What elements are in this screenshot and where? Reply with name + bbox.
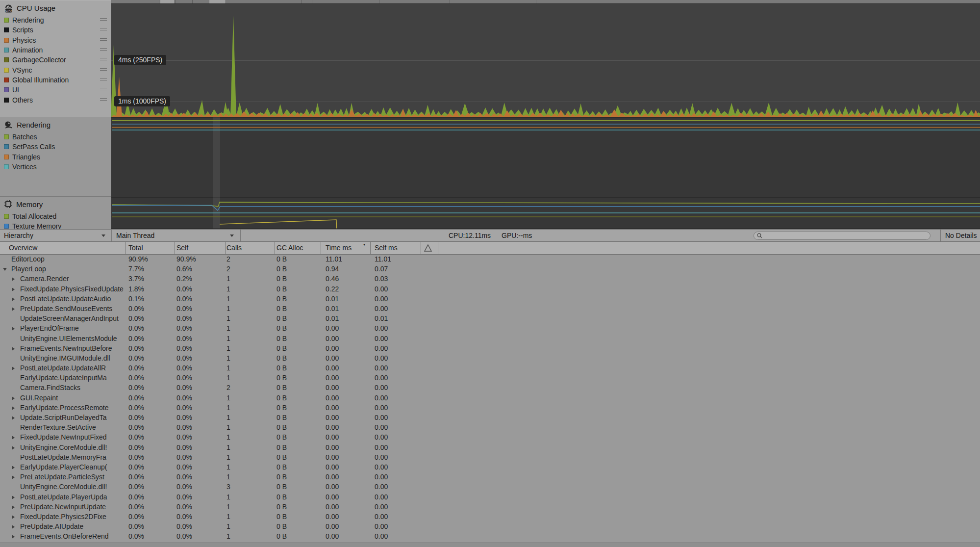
table-row[interactable]: PreUpdate.AIUpdate0.0%0.0%10 B0.000.00 xyxy=(0,522,980,532)
column-header-gc-alloc[interactable]: GC Alloc xyxy=(276,242,303,254)
expand-arrow-icon[interactable] xyxy=(12,327,15,331)
cpu-legend-item-scripts[interactable]: Scripts xyxy=(0,25,111,35)
view-mode-dropdown[interactable]: Hierarchy xyxy=(0,230,115,241)
expand-arrow-icon[interactable] xyxy=(12,277,15,281)
table-row[interactable]: PostLateUpdate.MemoryFra0.0%0.0%10 B0.00… xyxy=(0,453,980,463)
column-header-time-ms[interactable]: Time ms xyxy=(326,242,352,254)
table-row[interactable]: UnityEngine.UIElementsModule0.0%0.0%10 B… xyxy=(0,334,980,344)
expand-arrow-icon[interactable] xyxy=(12,297,15,301)
cpu-legend-item-global-illumination[interactable]: Global Illumination xyxy=(0,75,111,85)
memory-legend-item-texture-memory[interactable]: Texture Memory xyxy=(0,221,111,229)
cpu-legend-item-garbagecollector[interactable]: GarbageCollector xyxy=(0,55,111,65)
rendering-legend-item-setpass-calls[interactable]: SetPass Calls xyxy=(0,142,111,152)
column-header-overview[interactable]: Overview xyxy=(9,242,37,254)
column-separator[interactable] xyxy=(275,242,275,254)
profiler-charts-area[interactable]: 4ms (250FPS) 1ms (1000FPS) xyxy=(111,0,980,229)
table-row[interactable]: PlayerEndOfFrame0.0%0.0%10 B0.000.00 xyxy=(0,324,980,334)
cpu-module-header[interactable]: CPU CPU Usage xyxy=(0,0,111,15)
table-row[interactable]: EarlyUpdate.PlayerCleanup(0.0%0.0%10 B0.… xyxy=(0,463,980,472)
table-row[interactable]: PostLateUpdate.UpdateAllR0.0%0.0%10 B0.0… xyxy=(0,364,980,373)
drag-handle-icon[interactable] xyxy=(100,48,107,52)
cpu-legend-item-animation[interactable]: Animation xyxy=(0,45,111,55)
cpu-legend-item-vsync[interactable]: VSync xyxy=(0,65,111,75)
memory-legend-item-total-allocated[interactable]: Total Allocated xyxy=(0,211,111,221)
column-header-total[interactable]: Total xyxy=(128,242,143,254)
warning-column-icon[interactable] xyxy=(424,244,432,252)
table-row[interactable]: PreLateUpdate.ParticleSyst0.0%0.0%10 B0.… xyxy=(0,472,980,482)
collapse-arrow-icon[interactable] xyxy=(3,268,7,271)
table-row[interactable]: FrameEvents.NewInputBefore0.0%0.0%10 B0.… xyxy=(0,344,980,354)
drag-handle-icon[interactable] xyxy=(100,78,107,81)
table-row[interactable]: UnityEngine.CoreModule.dll!0.0%0.0%30 B0… xyxy=(0,482,980,492)
details-mode-dropdown[interactable]: No Details xyxy=(941,230,980,241)
table-row[interactable]: UnityEngine.IMGUIModule.dll0.0%0.0%10 B0… xyxy=(0,354,980,364)
search-input[interactable] xyxy=(763,233,930,239)
cpu-legend-item-ui[interactable]: UI xyxy=(0,85,111,95)
column-header-self-ms[interactable]: Self ms xyxy=(375,242,398,254)
column-header-calls[interactable]: Calls xyxy=(226,242,242,254)
table-row[interactable]: UnityEngine.CoreModule.dll!0.0%0.0%10 B0… xyxy=(0,443,980,453)
expand-arrow-icon[interactable] xyxy=(12,446,15,450)
expand-arrow-icon[interactable] xyxy=(12,495,15,499)
column-separator[interactable] xyxy=(175,242,175,254)
table-row[interactable]: Update.ScriptRunDelayedTa0.0%0.0%10 B0.0… xyxy=(0,413,980,423)
column-separator[interactable] xyxy=(126,242,126,254)
cpu-legend-item-others[interactable]: Others xyxy=(0,95,111,104)
table-row[interactable]: GUI.Repaint0.0%0.0%10 B0.000.00 xyxy=(0,393,980,403)
expand-arrow-icon[interactable] xyxy=(12,436,15,440)
table-row[interactable]: EditorLoop90.9%90.9%20 B11.0111.01 xyxy=(0,255,980,264)
column-separator[interactable] xyxy=(225,242,226,254)
expand-arrow-icon[interactable] xyxy=(12,475,15,479)
memory-module-header[interactable]: Memory xyxy=(0,197,111,211)
cpu-legend-item-physics[interactable]: Physics xyxy=(0,35,111,45)
table-row[interactable]: PreUpdate.NewInputUpdate0.0%0.0%10 B0.00… xyxy=(0,502,980,512)
rendering-legend-item-batches[interactable]: Batches xyxy=(0,132,111,142)
drag-handle-icon[interactable] xyxy=(100,28,107,31)
table-row[interactable]: FixedUpdate.PhysicsFixedUpdate1.8%0.0%10… xyxy=(0,285,980,294)
expand-arrow-icon[interactable] xyxy=(12,505,15,509)
table-row[interactable]: PlayerLoop7.7%0.6%20 B0.940.07 xyxy=(0,264,980,274)
expand-arrow-icon[interactable] xyxy=(12,406,15,410)
column-header-self[interactable]: Self xyxy=(176,242,188,254)
table-row[interactable]: Camera.Render3.7%0.2%10 B0.460.03 xyxy=(0,274,980,284)
table-row[interactable]: EarlyUpdate.UpdateInputMa0.0%0.0%10 B0.0… xyxy=(0,373,980,383)
column-separator[interactable] xyxy=(370,242,371,254)
expand-arrow-icon[interactable] xyxy=(12,347,15,351)
table-row[interactable]: PostLateUpdate.PlayerUpda0.0%0.0%10 B0.0… xyxy=(0,493,980,502)
expand-arrow-icon[interactable] xyxy=(12,466,15,469)
column-separator[interactable] xyxy=(438,242,438,254)
drag-handle-icon[interactable] xyxy=(100,38,107,42)
drag-handle-icon[interactable] xyxy=(100,88,107,91)
drag-handle-icon[interactable] xyxy=(100,68,107,72)
column-separator[interactable] xyxy=(421,242,421,254)
table-row[interactable]: UpdateScreenManagerAndInput0.0%0.0%10 B0… xyxy=(0,314,980,324)
drag-handle-icon[interactable] xyxy=(100,18,107,22)
column-separator[interactable] xyxy=(321,242,321,254)
frame-strip[interactable] xyxy=(111,0,980,4)
drag-handle-icon[interactable] xyxy=(100,58,107,61)
rendering-legend-item-vertices[interactable]: Vertices xyxy=(0,162,111,172)
expand-arrow-icon[interactable] xyxy=(12,307,15,311)
table-row[interactable]: FixedUpdate.Physics2DFixe0.0%0.0%10 B0.0… xyxy=(0,512,980,522)
table-row[interactable]: RenderTexture.SetActive0.0%0.0%10 B0.000… xyxy=(0,423,980,433)
expand-arrow-icon[interactable] xyxy=(12,535,15,539)
expand-arrow-icon[interactable] xyxy=(12,287,15,291)
drag-handle-icon[interactable] xyxy=(100,98,107,102)
rendering-memory-charts[interactable] xyxy=(111,117,980,229)
table-row[interactable]: Camera.FindStacks0.0%0.0%20 B0.000.00 xyxy=(0,383,980,393)
cpu-legend-item-rendering[interactable]: Rendering xyxy=(0,15,111,25)
table-row[interactable]: PreUpdate.SendMouseEvents0.0%0.0%10 B0.0… xyxy=(0,304,980,314)
thread-dropdown[interactable]: Main Thread xyxy=(112,230,244,241)
table-row[interactable]: PostLateUpdate.UpdateAudio0.1%0.0%10 B0.… xyxy=(0,294,980,304)
expand-arrow-icon[interactable] xyxy=(12,366,15,370)
table-row[interactable]: FrameEvents.OnBeforeRend0.0%0.0%10 B0.00… xyxy=(0,532,980,542)
expand-arrow-icon[interactable] xyxy=(12,396,15,400)
expand-arrow-icon[interactable] xyxy=(12,416,15,420)
table-row[interactable]: EarlyUpdate.ProcessRemote0.0%0.0%10 B0.0… xyxy=(0,403,980,413)
cpu-usage-chart[interactable] xyxy=(111,4,980,117)
search-field[interactable] xyxy=(754,232,930,240)
expand-arrow-icon[interactable] xyxy=(12,525,15,529)
rendering-module-header[interactable]: Rendering xyxy=(0,117,111,132)
table-row[interactable]: FixedUpdate.NewInputFixed0.0%0.0%10 B0.0… xyxy=(0,433,980,443)
rendering-legend-item-triangles[interactable]: Triangles xyxy=(0,152,111,162)
